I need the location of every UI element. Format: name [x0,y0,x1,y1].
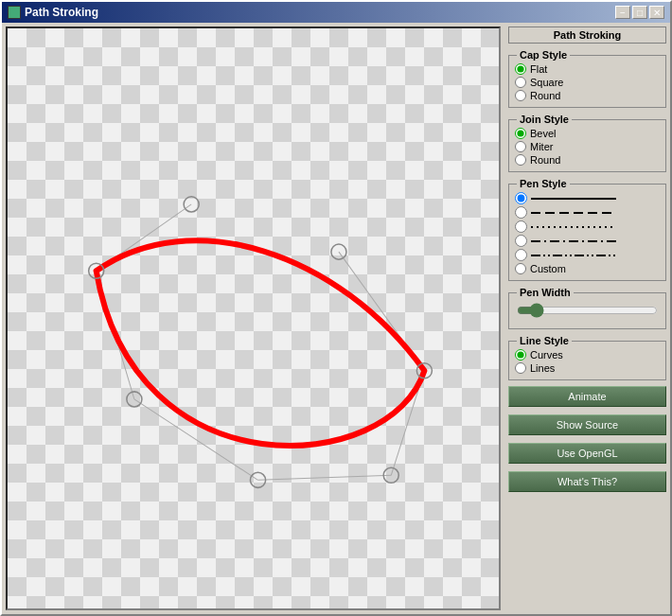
pen-width-slider[interactable] [517,303,658,318]
pen-style-label: Pen Style [517,178,570,189]
svg-line-4 [258,475,392,480]
pen-width-label: Pen Width [517,287,574,298]
join-miter-label: Miter [530,141,553,152]
cap-square-radio[interactable] [515,77,526,88]
join-style-group: Join Style Bevel Miter Round [508,119,666,172]
join-round-radio[interactable] [515,154,526,166]
join-round-label: Round [530,154,560,166]
line-lines-row: Lines [515,362,660,374]
content-area: Path Stroking Cap Style Flat Square [2,23,670,614]
pen-width-slider-container [515,299,660,325]
cap-style-group: Cap Style Flat Square Round [508,55,666,108]
pen-dashdotdot-row [515,249,660,261]
title-bar-left: Path Stroking [8,6,98,19]
pen-dash-line [531,208,616,218]
join-style-box: Join Style Bevel Miter Round [508,119,666,172]
animate-button[interactable]: Animate [508,386,666,407]
pen-dot-radio[interactable] [515,220,527,233]
main-window: Path Stroking − □ ✕ [0,0,672,616]
pen-width-box: Pen Width [508,292,666,329]
line-lines-label: Lines [530,362,555,374]
pen-dot-line [531,222,616,232]
cap-square-label: Square [530,77,563,88]
maximize-button[interactable]: □ [632,6,647,19]
path-canvas [8,28,499,608]
use-opengl-button[interactable]: Use OpenGL [508,443,666,464]
line-curves-row: Curves [515,349,660,361]
pen-dashdotdot-radio[interactable] [515,249,527,261]
pen-style-group: Pen Style [508,184,666,281]
cap-round-radio[interactable] [515,90,526,101]
pen-custom-row: Custom [515,263,660,274]
title-buttons: − □ ✕ [615,6,664,19]
line-style-label: Line Style [517,335,572,346]
title-bar: Path Stroking − □ ✕ [2,2,670,23]
cap-round-row: Round [515,90,660,101]
cap-round-label: Round [530,90,560,101]
app-icon [8,6,21,19]
cap-square-row: Square [515,77,660,88]
close-button[interactable]: ✕ [649,6,664,19]
cap-flat-row: Flat [515,63,660,75]
window-title: Path Stroking [25,6,98,19]
line-curves-label: Curves [530,349,563,361]
cap-flat-label: Flat [530,63,547,75]
right-panel: Path Stroking Cap Style Flat Square [504,23,670,614]
pen-custom-radio[interactable] [515,263,526,274]
whats-this-button[interactable]: What's This? [508,471,666,492]
join-bevel-label: Bevel [530,128,557,139]
pen-solid-line [531,194,616,203]
pen-dash-row [515,206,660,219]
cap-style-box: Cap Style Flat Square Round [508,55,666,108]
join-bevel-radio[interactable] [515,128,526,139]
join-style-label: Join Style [517,114,572,125]
minimize-button[interactable]: − [615,6,630,19]
join-round-row: Round [515,154,660,166]
line-style-group: Line Style Curves Lines [508,341,666,380]
join-bevel-row: Bevel [515,128,660,139]
line-style-box: Line Style Curves Lines [508,341,666,380]
pen-solid-radio[interactable] [515,192,527,204]
pen-style-box: Pen Style [508,184,666,281]
line-curves-radio[interactable] [515,349,526,361]
path-stroking-label: Path Stroking [508,26,666,44]
pen-dash-radio[interactable] [515,206,527,219]
pen-solid-row [515,192,660,204]
canvas-area[interactable] [6,26,501,610]
show-source-button[interactable]: Show Source [508,414,666,435]
cap-flat-radio[interactable] [515,63,526,75]
pen-dashdot-line [531,237,616,246]
join-miter-radio[interactable] [515,141,526,152]
pen-dashdotdot-line [531,251,616,260]
join-miter-row: Miter [515,141,660,152]
pen-dashdot-radio[interactable] [515,235,527,247]
pen-dot-row [515,220,660,233]
pen-custom-label: Custom [530,263,566,274]
pen-dashdot-row [515,235,660,247]
pen-width-group: Pen Width [508,292,666,329]
cap-style-label: Cap Style [517,49,570,61]
line-lines-radio[interactable] [515,362,526,374]
